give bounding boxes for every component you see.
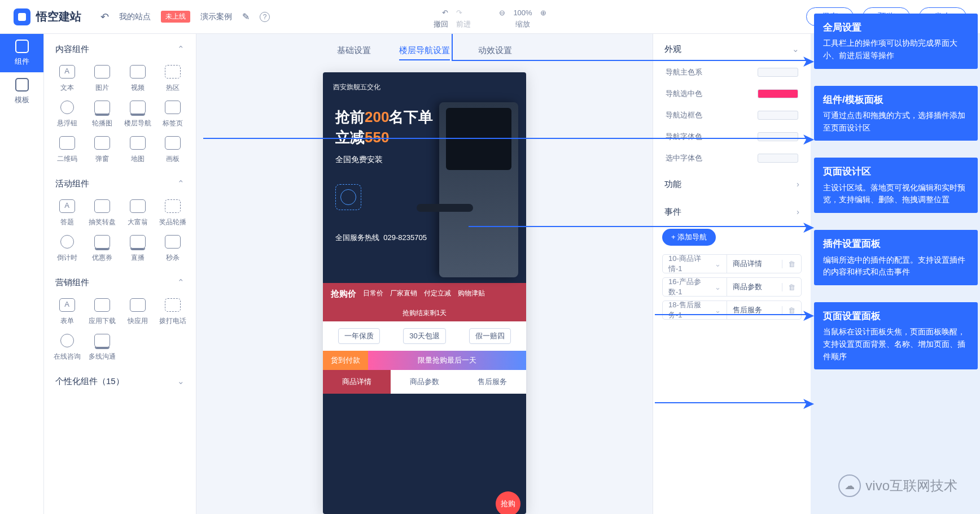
component-label: 拨打电话 (159, 316, 186, 326)
callout-component-panel: 组件/模板面板可通过点击和拖拽的方式，选择插件添加至页面设计区 (814, 86, 978, 141)
component-icon (59, 199, 75, 213)
component-item[interactable]: 图片 (86, 65, 119, 93)
component-item[interactable]: 视频 (121, 65, 154, 93)
component-item[interactable]: 二维码 (51, 136, 84, 164)
component-item[interactable]: 轮播图 (86, 101, 119, 128)
component-item[interactable]: 秒杀 (156, 235, 189, 263)
component-icon (94, 334, 110, 347)
rail-components-label: 组件 (15, 56, 29, 67)
component-item[interactable]: 画板 (156, 136, 189, 164)
my-sites-link[interactable]: 我的站点 (119, 12, 151, 22)
component-item[interactable]: 弹窗 (86, 136, 119, 164)
nav-main-color-row[interactable]: 导航主色系 (662, 62, 802, 83)
component-item[interactable]: 大富翁 (121, 199, 154, 227)
event-row[interactable]: 16-产品参数-1 ⌄商品参数🗑 (662, 277, 802, 297)
component-label: 二维码 (57, 154, 77, 164)
callout-plugin-settings: 插件设置面板编辑所选中的插件的配置。支持设置插件的内容和样式和点击事件 (814, 230, 978, 285)
rail-components[interactable]: 组件 (0, 34, 43, 72)
appearance-section[interactable]: 外观⌄ (662, 34, 802, 62)
component-item[interactable]: 悬浮钮 (51, 101, 84, 128)
zoom-in-icon[interactable]: ⊕ (540, 8, 546, 17)
component-item[interactable]: 表单 (51, 298, 84, 326)
component-item[interactable]: 在线咨询 (51, 334, 84, 361)
event-select[interactable]: 18-售后服务-1 ⌄ (663, 301, 727, 319)
arrow-icon: ➤ (802, 394, 815, 413)
fingerprint-icon (335, 184, 361, 210)
marketing-grid: 表单应用下载快应用拨打电话在线咨询多线沟通 (44, 294, 196, 366)
component-item[interactable]: 倒计时 (51, 235, 84, 263)
buy-button[interactable]: 抢购 (496, 491, 520, 514)
component-icon (94, 101, 110, 114)
redo-icon[interactable]: ↷ (456, 8, 462, 17)
component-icon (59, 298, 75, 312)
event-row[interactable]: 18-售后服务-1 ⌄售后服务🗑 (662, 300, 802, 320)
rail-templates[interactable]: 模板 (0, 72, 43, 111)
component-item[interactable]: 快应用 (121, 298, 154, 326)
component-item[interactable]: 答题 (51, 199, 84, 227)
component-icon (130, 136, 146, 150)
event-name: 商品参数 (727, 282, 782, 292)
component-item[interactable]: 直播 (121, 235, 154, 263)
event-select[interactable]: 16-产品参数-1 ⌄ (663, 278, 727, 296)
topbar-left: ↶ 我的站点 未上线 演示案例 ✎ ? (100, 11, 270, 23)
component-item[interactable]: 地图 (121, 136, 154, 164)
section-activity-title: 活动组件 (55, 178, 89, 189)
tab-floor-nav[interactable]: 楼层导航设置 (399, 45, 450, 60)
component-icon (130, 65, 146, 79)
activity-grid: 答题抽奖转盘大富翁奖品轮播倒计时优惠券直播秒杀 (44, 195, 196, 267)
chevron-up-icon: ⌃ (177, 44, 185, 55)
content-grid: 文本图片视频热区悬浮钮轮播图楼层导航标签页二维码弹窗地图画板 (44, 60, 196, 168)
selected-font-color-row[interactable]: 选中字体色 (662, 147, 802, 169)
nav-selected-color-row[interactable]: 导航选中色 (662, 83, 802, 104)
nav-border-color-row[interactable]: 导航边框色 (662, 104, 802, 126)
component-item[interactable]: 楼层导航 (121, 101, 154, 128)
tab-basic[interactable]: 基础设置 (337, 45, 371, 60)
event-row[interactable]: 10-商品详情-1 ⌄商品详情🗑 (662, 254, 802, 273)
callout-design-area: 页面设计区主设计区域。落地页可视化编辑和实时预览，支持编辑、删除、拖拽调整位置 (814, 158, 978, 213)
edit-icon[interactable]: ✎ (242, 11, 250, 22)
component-icon (94, 199, 110, 213)
component-icon (130, 235, 146, 249)
delete-icon[interactable]: 🗑 (782, 306, 801, 315)
component-label: 弹窗 (95, 154, 109, 164)
component-item[interactable]: 文本 (51, 65, 84, 93)
mockup-tabbar: 商品详情 商品参数 售后服务 (323, 370, 526, 394)
component-item[interactable]: 拨打电话 (156, 298, 189, 326)
help-icon[interactable]: ? (260, 12, 270, 22)
zoom-out-icon[interactable]: ⊖ (499, 8, 505, 17)
component-label: 直播 (131, 253, 145, 263)
component-label: 抽奖转盘 (89, 217, 116, 227)
chevron-down-icon: ⌄ (177, 376, 185, 387)
event-select[interactable]: 10-商品详情-1 ⌄ (663, 255, 727, 273)
component-item[interactable]: 热区 (156, 65, 189, 93)
canvas-area: 基础设置 楼层导航设置 动效设置 西安旗舰五交化 抢前200名下单 立减550 … (196, 34, 653, 514)
component-icon (130, 199, 146, 213)
function-section[interactable]: 功能› (662, 169, 802, 197)
component-item[interactable]: 应用下载 (86, 298, 119, 326)
connector-line (203, 138, 807, 139)
section-marketing-header[interactable]: 营销组件 ⌃ (44, 267, 196, 294)
section-personal-header[interactable]: 个性化组件（15） ⌄ (44, 366, 196, 393)
component-label: 多线沟通 (89, 352, 116, 361)
nav-font-color-row[interactable]: 导航字体色 (662, 126, 802, 147)
section-content-header[interactable]: 内容组件 ⌃ (44, 34, 196, 60)
left-rail: 组件 模板 (0, 34, 44, 514)
delete-icon[interactable]: 🗑 (782, 260, 801, 268)
add-nav-button[interactable]: + 添加导航 (662, 229, 716, 246)
mockup-hero: 抢前200名下单 立减550 全国免费安装 全国服务热线 029-8235705 (323, 97, 526, 283)
component-item[interactable]: 奖品轮播 (156, 199, 189, 227)
tab-effects[interactable]: 动效设置 (478, 45, 512, 60)
back-icon[interactable]: ↶ (100, 11, 109, 23)
component-icon (165, 65, 181, 79)
component-item[interactable]: 抽奖转盘 (86, 199, 119, 227)
demo-case-link[interactable]: 演示案例 (200, 12, 232, 22)
delete-icon[interactable]: 🗑 (782, 283, 801, 291)
callout-page-settings: 页面设置面板当鼠标在设计面板失焦，页面面板唤醒，支持设置页面背景、名称、增加页面… (814, 302, 978, 369)
section-activity-header[interactable]: 活动组件 ⌃ (44, 168, 196, 195)
component-item[interactable]: 多线沟通 (86, 334, 119, 361)
event-section[interactable]: 事件› (662, 197, 802, 224)
component-icon (60, 101, 74, 114)
undo-icon[interactable]: ↶ (442, 8, 448, 17)
component-item[interactable]: 标签页 (156, 101, 189, 128)
component-item[interactable]: 优惠券 (86, 235, 119, 263)
